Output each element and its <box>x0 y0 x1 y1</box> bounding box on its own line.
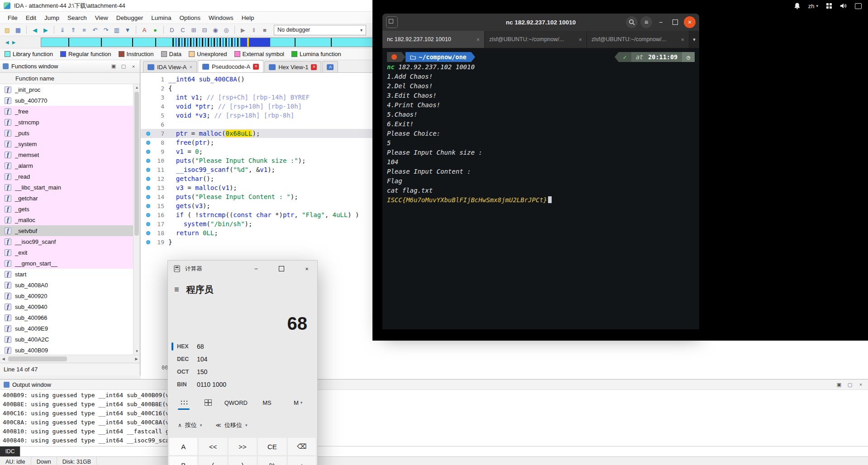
redo-icon[interactable]: ↷ <box>101 25 111 35</box>
calc-key-ce[interactable]: CE <box>258 438 286 455</box>
memory-store-button[interactable]: MS <box>252 394 283 411</box>
close-icon[interactable]: × <box>130 64 137 69</box>
calc-key-item[interactable]: ) <box>229 456 257 465</box>
radix-row-hex[interactable]: HEX68 <box>168 340 317 353</box>
menu-edit[interactable]: Edit <box>22 13 40 23</box>
calc-key-item[interactable]: ÷ <box>288 456 316 465</box>
save-icon[interactable]: ▦ <box>13 25 23 35</box>
function-name-column-header[interactable]: Function name <box>0 73 140 84</box>
tab-close-icon[interactable]: × <box>476 36 480 43</box>
make-code-icon[interactable]: C <box>178 25 188 35</box>
menu-file[interactable]: File <box>4 13 22 23</box>
start-process-icon[interactable]: ▶ <box>238 25 248 35</box>
function-row-sub-400920[interactable]: fsub_400920 <box>0 290 133 301</box>
menu-view[interactable]: View <box>91 13 112 23</box>
navband-left-arrow-icon[interactable]: ◀ <box>4 40 10 45</box>
functions-vertical-scrollbar[interactable]: ▲ ▼ <box>133 84 140 355</box>
menu-options[interactable]: Options <box>175 13 205 23</box>
jump-list-icon[interactable]: ≡ <box>79 25 89 35</box>
calc-key-item[interactable]: >> <box>229 438 257 455</box>
ascii-strings-icon[interactable]: A <box>139 25 149 35</box>
scrollbar-thumb[interactable] <box>8 356 67 361</box>
stop-process-icon[interactable]: ■ <box>260 25 270 35</box>
function-row-sub-4009e9[interactable]: fsub_4009E9 <box>0 323 133 334</box>
function-row-setvbuf[interactable]: f_setvbuf <box>0 225 133 236</box>
menu-jump[interactable]: Jump <box>40 13 63 23</box>
function-row-getchar[interactable]: f_getchar <box>0 193 133 204</box>
search-next-icon[interactable]: ▼ <box>123 25 133 35</box>
view-tab-pseudocode-a[interactable]: Pseudocode-A× <box>198 60 263 72</box>
function-row-exit[interactable]: f_exit <box>0 247 133 258</box>
terminal-tab-zlsf-ubuntu-compnow[interactable]: zlsf@UBUNTU:~/compnow/...× <box>587 31 689 48</box>
radix-row-oct[interactable]: OCT150 <box>168 365 317 378</box>
scroll-down-icon[interactable]: ▼ <box>134 348 140 355</box>
radix-row-dec[interactable]: DEC104 <box>168 353 317 365</box>
tab-close-icon[interactable]: × <box>190 65 192 70</box>
terminal-minimize-button[interactable]: − <box>655 16 667 28</box>
dock-icon[interactable]: ▣ <box>110 63 117 69</box>
navigate-back-icon[interactable]: ◀ <box>30 25 40 35</box>
close-icon[interactable]: × <box>857 382 864 388</box>
bit-keypad-toggle[interactable] <box>196 394 220 411</box>
scroll-left-icon[interactable]: ◀ <box>0 357 7 361</box>
function-row-init-proc[interactable]: f_init_proc <box>0 84 133 95</box>
display-icon[interactable] <box>855 3 862 9</box>
terminal-close-button[interactable]: × <box>684 16 696 28</box>
menu-lumina[interactable]: Lumina <box>147 13 175 23</box>
breakpoint-list-icon[interactable]: ◉ <box>210 25 220 35</box>
navband-right-arrow-icon[interactable]: ▶ <box>10 40 17 45</box>
view-tab-a[interactable]: A <box>322 61 338 72</box>
function-row-read[interactable]: f_read <box>0 171 133 182</box>
search-text-icon[interactable]: ▥ <box>112 25 122 35</box>
notification-bell-icon[interactable] <box>794 2 801 9</box>
tab-list-chevron-icon[interactable]: ▾ <box>689 31 699 48</box>
view-tab-ida-view-a[interactable]: IDA View-A× <box>143 61 197 72</box>
terminal-body[interactable]: ~/compnow/one ✓ at 20:11:09 ◷ <box>382 48 699 329</box>
functions-window-titlebar[interactable]: Functions window ▣ ▢ × <box>0 60 140 73</box>
functions-horizontal-scrollbar[interactable]: ◀ ▶ <box>0 355 140 363</box>
menu-search[interactable]: Search <box>63 13 91 23</box>
navigate-forward-icon[interactable]: ▶ <box>41 25 51 35</box>
hamburger-icon[interactable]: ≡ <box>174 285 179 294</box>
calculator-close-button[interactable]: × <box>296 261 317 277</box>
pause-process-icon[interactable]: ‖ <box>249 25 259 35</box>
make-data-icon[interactable]: D <box>167 25 177 35</box>
terminal-pane-icon[interactable] <box>386 16 398 28</box>
enums-icon[interactable]: ⊟ <box>200 25 210 35</box>
function-row-sub-400770[interactable]: fsub_400770 <box>0 95 133 106</box>
input-language-indicator[interactable]: zh ▾ <box>808 3 818 9</box>
calc-key-item[interactable]: << <box>199 438 227 455</box>
function-row-system[interactable]: f_system <box>0 138 133 149</box>
function-row-isoc99-scanf[interactable]: f__isoc99_scanf <box>0 236 133 247</box>
function-row-sub-400b09[interactable]: fsub_400B09 <box>0 345 133 355</box>
function-row-libc-start-main[interactable]: f__libc_start_main <box>0 182 133 193</box>
menu-windows[interactable]: Windows <box>205 13 238 23</box>
scroll-up-icon[interactable]: ▲ <box>134 84 140 91</box>
full-keypad-toggle[interactable] <box>172 394 196 411</box>
function-row-sub-400a2c[interactable]: fsub_400A2C <box>0 334 133 345</box>
function-row-sub-4008a0[interactable]: fsub_4008A0 <box>0 280 133 290</box>
terminal-tab-nc-182-92-237-102-10010[interactable]: nc 182.92.237.102 10010× <box>382 31 485 48</box>
lumina-icon[interactable]: ● <box>150 25 160 35</box>
dock-icon[interactable]: ▣ <box>835 382 843 388</box>
tab-close-icon[interactable]: × <box>253 64 259 70</box>
jump-to-address-icon[interactable]: ⇓ <box>57 25 67 35</box>
function-row-start[interactable]: fstart <box>0 269 133 280</box>
terminal-menu-button[interactable]: ≡ <box>640 16 652 28</box>
radix-row-bin[interactable]: BIN0110 1000 <box>168 378 317 391</box>
function-row-sub-400966[interactable]: fsub_400966 <box>0 312 133 323</box>
calculator-maximize-button[interactable] <box>271 261 292 277</box>
terminal-search-button[interactable] <box>626 16 638 28</box>
menu-debugger[interactable]: Debugger <box>112 13 147 23</box>
app-grid-icon[interactable] <box>826 3 832 9</box>
scroll-right-icon[interactable]: ▶ <box>133 357 140 361</box>
calc-key-b[interactable]: B <box>169 456 197 465</box>
terminal-tab-zlsf-ubuntu-compnow[interactable]: zlsf@UBUNTU:~/compnow/...× <box>485 31 587 48</box>
open-file-icon[interactable]: ▨ <box>2 25 12 35</box>
function-row-puts[interactable]: f_puts <box>0 128 133 138</box>
scrollbar-thumb[interactable] <box>134 92 139 236</box>
calc-key-a[interactable]: A <box>169 438 197 455</box>
function-row-alarm[interactable]: f_alarm <box>0 160 133 171</box>
function-row-free[interactable]: f_free <box>0 106 133 117</box>
cli-input[interactable] <box>20 446 868 456</box>
